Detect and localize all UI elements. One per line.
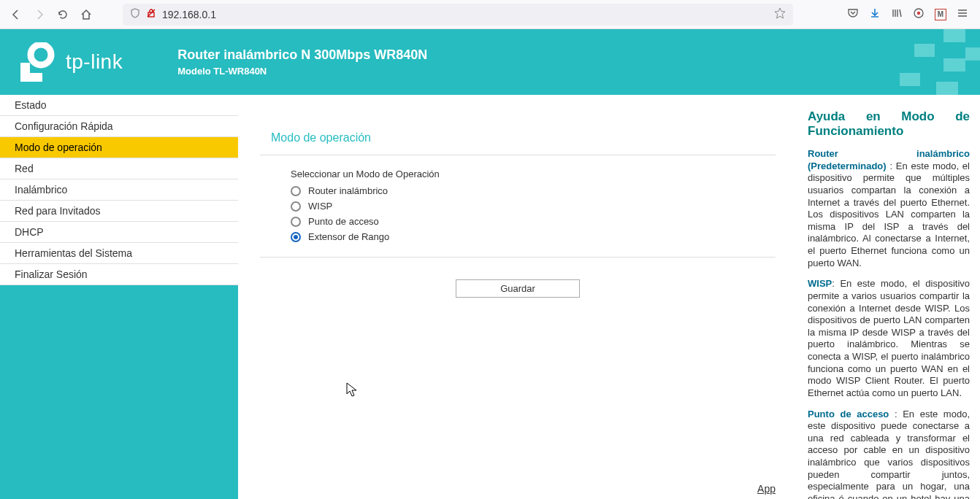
radio-row-1: WISP [291,201,776,212]
radio-row-2: Punto de acceso [291,216,776,227]
brand-text: tp-link [66,50,123,74]
page-banner: tp-link Router inalámbrico N 300Mbps WR8… [0,29,980,95]
reload-button[interactable] [54,6,72,23]
sidebar-item-0[interactable]: Estado [0,95,238,116]
sidebar-item-1[interactable]: Configuración Rápida [0,116,238,137]
help-paragraph-0: Router inalámbrico (Predeterminado) : En… [808,148,970,269]
radio-label: WISP [308,201,332,212]
radio-label: Extensor de Rango [308,231,389,242]
content-panel: Modo de operación Seleccionar un Modo de… [245,95,790,499]
svg-rect-8 [914,44,935,57]
banner-subtitle: Modelo TL-WR840N [177,66,427,77]
url-bar[interactable]: 192.168.0.1 [123,4,793,26]
svg-point-3 [917,12,920,15]
save-button[interactable]: Guardar [456,279,580,298]
sidebar-item-6[interactable]: DHCP [0,222,238,243]
svg-point-4 [31,45,51,65]
help-title: Ayuda en Modo de Funcionamiento [808,109,970,138]
svg-rect-10 [900,73,920,86]
svg-rect-12 [965,47,980,61]
help-paragraph-2: Punto de acceso : En este modo, este dis… [808,409,970,499]
home-button[interactable] [77,6,95,23]
mcafee-icon[interactable]: M [935,9,946,20]
toolbar-right: M [843,7,973,21]
divider [260,155,776,155]
svg-rect-9 [943,58,965,71]
bookmark-star-icon[interactable] [774,7,786,21]
sidebar-item-7[interactable]: Herramientas del Sistema [0,243,238,264]
extension-icon[interactable] [913,7,925,21]
sidebar-item-5[interactable]: Red para Invitados [0,201,238,222]
sidebar-item-3[interactable]: Red [0,158,238,179]
radio-button[interactable] [291,201,301,212]
sidebar-item-4[interactable]: Inalámbrico [0,179,238,201]
insecure-lock-icon [146,8,156,20]
library-icon[interactable] [891,7,903,21]
radio-button[interactable] [291,186,301,196]
svg-rect-7 [943,29,965,42]
app-link[interactable]: App [757,483,776,495]
sidebar: EstadoConfiguración RápidaModo de operac… [0,95,238,499]
tplink-logo-icon [15,42,58,82]
page-body: EstadoConfiguración RápidaModo de operac… [0,95,980,499]
radio-label: Punto de acceso [308,216,379,227]
svg-rect-6 [20,73,42,82]
section-title: Modo de operación [271,131,776,144]
radio-button[interactable] [291,217,301,227]
svg-rect-11 [936,82,958,95]
back-button[interactable] [7,6,25,23]
sidebar-item-2[interactable]: Modo de operación [0,137,238,158]
divider [260,257,776,258]
form-block: Seleccionar un Modo de Operación Router … [291,169,776,242]
browser-toolbar: 192.168.0.1 M [0,0,980,29]
radio-row-0: Router inalámbrico [291,185,776,196]
main-area: Modo de operación Seleccionar un Modo de… [238,95,980,499]
help-paragraph-1: WISP: En este modo, el dispositivo permi… [808,278,970,399]
help-panel: Ayuda en Modo de Funcionamiento Router i… [797,95,980,499]
radio-row-3: Extensor de Rango [291,231,776,242]
downloads-icon[interactable] [869,7,881,21]
pocket-icon[interactable] [847,7,859,21]
sidebar-item-8[interactable]: Finalizar Sesión [0,264,238,285]
banner-decoration [819,29,980,95]
radio-button[interactable] [291,232,301,242]
select-mode-label: Seleccionar un Modo de Operación [291,169,776,179]
shield-icon [130,8,140,20]
url-text: 192.168.0.1 [162,9,768,20]
hamburger-icon[interactable] [957,7,968,21]
forward-button[interactable] [31,6,48,23]
radio-label: Router inalámbrico [308,185,388,196]
logo-area: tp-link [15,42,123,82]
banner-titles: Router inalámbrico N 300Mbps WR840N Mode… [177,47,427,77]
banner-title: Router inalámbrico N 300Mbps WR840N [177,47,427,63]
